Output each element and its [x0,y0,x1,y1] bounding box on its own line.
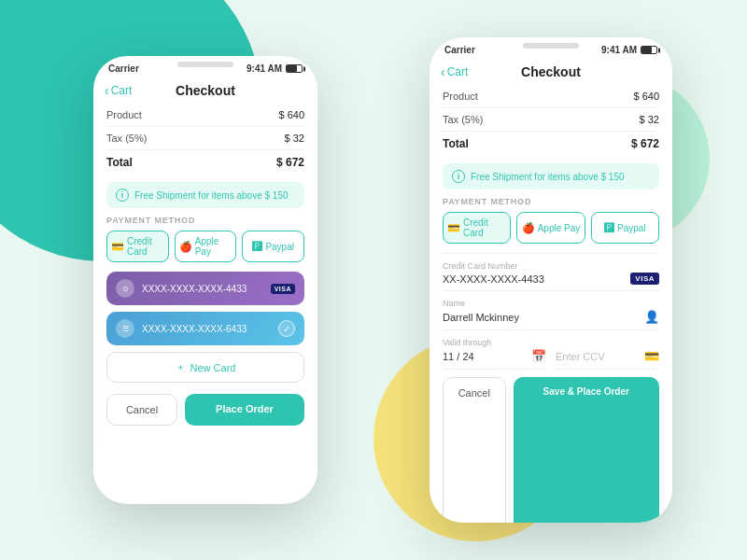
valid-ccv-row-2: Valid through 11 / 24 📅 CCV Enter CCV 💳 [443,338,659,377]
battery-icon-2 [641,46,657,54]
status-right-2: 9:41 AM [601,45,657,55]
name-value-2: Darrell Mckinney [443,312,519,323]
order-row-tax-1: Tax (5%) $ 32 [106,127,304,150]
apple-icon-2: 🍎 [522,222,535,234]
product-label-2: Product [443,91,478,102]
visa-badge-2: VISA [630,273,659,285]
product-amount-1: $ 640 [278,109,304,120]
tax-label-1: Tax (5%) [106,133,147,144]
product-label-1: Product [106,109,142,120]
payment-section-label-1: PAYMENT METHOD [106,216,304,225]
phone-2: Carrier 9:41 AM ‹ Cart Checkout Product … [430,37,672,523]
status-right-1: 9:41 AM [247,63,303,74]
tax-amount-2: $ 32 [640,114,659,125]
name-field-2[interactable]: Name Darrell Mckinney 👤 [443,299,659,330]
product-amount-2: $ 640 [633,91,659,102]
credit-label-1: Credit Card [127,236,164,257]
name-label-2: Name [443,299,659,308]
ccv-placeholder-2: Enter CCV [556,351,605,362]
pay-btn-credit-1[interactable]: 💳 Credit Card [106,231,169,262]
paypal-label-1: Paypal [265,242,294,252]
nav-bar-2: ‹ Cart Checkout [430,59,672,85]
card-number-label-2: Credit Card Number [443,261,659,271]
order-row-tax-2: Tax (5%) $ 32 [443,108,659,132]
visa-badge-purple-1: VISA [271,284,295,294]
card-item-purple-1[interactable]: ⊙ XXXX-XXXX-XXXX-4433 VISA [106,272,304,305]
notch-2 [523,43,579,49]
total-label-1: Total [106,156,133,169]
carrier-2: Carrier [444,45,475,55]
calendar-icon-2: 📅 [531,349,546,363]
name-row-2: Darrell Mckinney 👤 [443,310,659,324]
pay-btn-apple-1[interactable]: 🍎 Apple Pay [175,231,237,262]
order-row-product-1: Product $ 640 [106,104,304,127]
card-left-blue-1: ☰ XXXX-XXXX-XXXX-6433 [116,319,247,338]
person-icon-2: 👤 [644,310,659,324]
tax-amount-1: $ 32 [285,133,304,144]
carrier-1: Carrier [108,63,139,74]
pay-btn-paypal-1[interactable]: 🅿 Paypal [242,231,304,262]
plus-icon-1: ＋ [176,360,186,374]
shipping-text-1: Free Shipment for items above $ 150 [134,190,289,201]
nav-title-1: Checkout [176,83,235,98]
card-logo-1: ⊙ [116,279,134,298]
place-order-button-1[interactable]: Place Order [185,394,304,426]
apple-icon-1: 🍎 [179,241,192,253]
card-number-row-2: XX-XXXX-XXXX-4433 VISA [443,273,659,285]
status-bar-1: Carrier 9:41 AM [93,56,317,77]
content-1: Product $ 640 Tax (5%) $ 32 Total $ 672 … [93,104,317,383]
time-2: 9:41 AM [601,45,637,55]
card-left-1: ⊙ XXXX-XXXX-XXXX-4433 [116,279,247,298]
back-button-2[interactable]: ‹ Cart [441,64,468,79]
payment-methods-2: 💳 Credit Card 🍎 Apple Pay 🅿 Paypal [443,212,659,244]
back-label-2: Cart [447,65,469,78]
battery-fill-1 [287,65,297,72]
credit-label-2: Credit Card [463,217,506,238]
ccv-row-2: Enter CCV 💳 [556,349,659,363]
pay-btn-apple-2[interactable]: 🍎 Apple Pay [516,212,585,244]
valid-field-2[interactable]: Valid through 11 / 24 📅 [443,338,546,370]
apple-label-1: Apple Pay [195,236,233,257]
action-buttons-2: Cancel Save & Place Order [430,377,672,523]
cancel-button-2[interactable]: Cancel [443,377,506,523]
order-row-total-1: Total $ 672 [106,150,304,175]
card-number-purple-1: XXXX-XXXX-XXXX-4433 [142,284,247,294]
ccv-field-2[interactable]: CCV Enter CCV 💳 [556,338,659,370]
card-icon-2: 💳 [644,349,659,363]
card-number-value-2: XX-XXXX-XXXX-4433 [443,273,544,285]
divider-2 [443,253,659,254]
paypal-icon-2: 🅿 [604,222,614,233]
cancel-button-1[interactable]: Cancel [106,394,177,426]
action-buttons-1: Cancel Place Order [93,394,317,437]
credit-icon-1: 💳 [111,241,124,253]
phone-1: Carrier 9:41 AM ‹ Cart Checkout Product … [93,56,317,504]
free-shipping-banner-1: i Free Shipment for items above $ 150 [106,182,304,208]
time-1: 9:41 AM [247,63,282,74]
card-logo-blue-1: ☰ [116,319,134,338]
battery-fill-2 [641,47,652,53]
valid-label-2: Valid through [443,338,546,347]
valid-value-2: 11 / 24 [443,351,474,362]
check-icon-1: ✓ [278,320,295,337]
card-item-blue-1[interactable]: ☰ XXXX-XXXX-XXXX-6433 ✓ [106,312,304,345]
new-card-button-1[interactable]: ＋ New Card [106,352,304,383]
order-row-product-2: Product $ 640 [443,85,659,108]
status-bar-2: Carrier 9:41 AM [430,37,672,59]
pay-btn-credit-2[interactable]: 💳 Credit Card [443,212,511,244]
notch-1 [177,62,233,67]
order-row-total-2: Total $ 672 [443,132,659,156]
battery-icon-1 [286,64,303,73]
free-shipping-banner-2: i Free Shipment for items above $ 150 [443,163,659,189]
shipping-text-2: Free Shipment for items above $ 150 [471,172,625,182]
paypal-icon-1: 🅿 [252,241,262,252]
back-label-1: Cart [111,84,133,97]
card-number-field-2[interactable]: Credit Card Number XX-XXXX-XXXX-4433 VIS… [443,261,659,291]
save-place-order-button-2[interactable]: Save & Place Order [514,377,660,523]
info-icon-1: i [116,189,129,202]
new-card-label-1: New Card [190,362,236,373]
total-amount-1: $ 672 [276,156,304,169]
credit-icon-2: 💳 [447,222,460,234]
back-button-1[interactable]: ‹ Cart [105,83,132,98]
valid-row-2: 11 / 24 📅 [443,349,546,363]
pay-btn-paypal-2[interactable]: 🅿 Paypal [591,212,659,244]
